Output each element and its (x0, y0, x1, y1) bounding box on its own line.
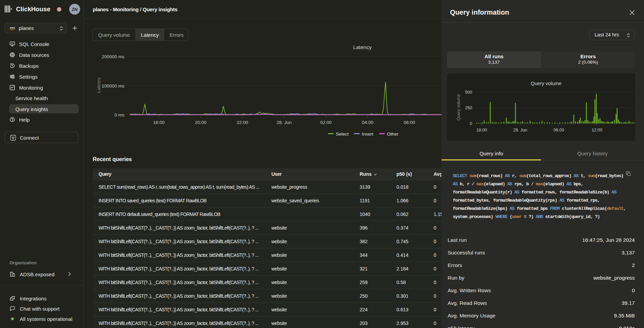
svg-text:04:00: 04:00 (362, 120, 374, 125)
svg-text:0 ms: 0 ms (115, 112, 125, 118)
svg-text:22:00: 22:00 (237, 120, 248, 125)
svg-text:250: 250 (465, 106, 472, 110)
svg-text:aws: aws (10, 26, 15, 29)
svg-text:Query volume: Query volume (531, 81, 561, 86)
svg-text:06:00: 06:00 (553, 128, 564, 132)
svg-text:18:00: 18:00 (476, 128, 487, 132)
svg-text:Insert: Insert (362, 131, 373, 137)
svg-text:200000 ms: 200000 ms (102, 54, 124, 59)
svg-text:500: 500 (465, 90, 472, 95)
svg-text:Latency: Latency (353, 44, 372, 50)
svg-text:20:00: 20:00 (195, 120, 207, 125)
svg-text:18:00: 18:00 (153, 120, 165, 125)
svg-text:28. Jun: 28. Jun (513, 128, 527, 132)
svg-text:12:00: 12:00 (591, 128, 602, 132)
svg-text:Query volume: Query volume (456, 94, 461, 121)
svg-text:Select: Select (336, 131, 349, 137)
svg-text:0: 0 (470, 121, 472, 126)
svg-text:28. Jun: 28. Jun (276, 120, 291, 125)
svg-text:100000 ms: 100000 ms (102, 83, 124, 89)
svg-text:Latency: Latency (96, 77, 101, 93)
svg-text:02:00: 02:00 (320, 120, 332, 125)
svg-text:06:00: 06:00 (404, 120, 415, 125)
svg-text:Other: Other (387, 131, 399, 137)
